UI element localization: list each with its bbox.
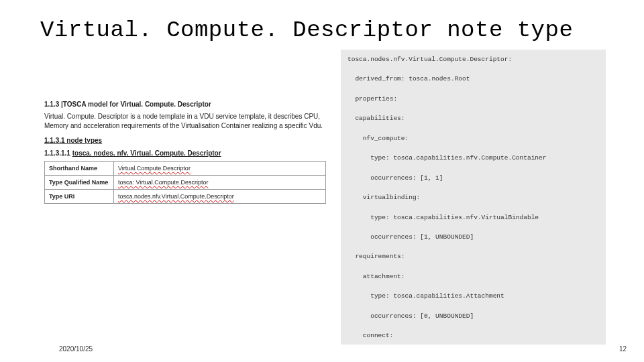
table-row: Shorthand Name Virtual.Compute.Descripto… — [45, 162, 326, 176]
footer-date: 2020/10/25 — [59, 345, 93, 353]
cell-label: Type URI — [45, 190, 114, 204]
code-panel: tosca.nodes.nfv.Virtual.Compute.Descript… — [341, 50, 606, 345]
table-row: Type Qualified Name tosca: Virtual.Compu… — [45, 176, 326, 190]
definition-table: Shorthand Name Virtual.Compute.Descripto… — [44, 161, 326, 204]
cell-label: Type Qualified Name — [45, 176, 114, 190]
cell-label: Shorthand Name — [45, 162, 114, 176]
cell-value: Virtual.Compute.Descriptor — [114, 162, 326, 176]
table-row: Type URI tosca.nodes.nfv.Virtual.Compute… — [45, 190, 326, 204]
cell-value: tosca.nodes.nfv.Virtual.Compute.Descript… — [114, 190, 326, 204]
slide-title: Virtual. Compute. Descriptor note type — [40, 17, 573, 43]
sec3-name: Virtual. Compute. Descriptor — [130, 149, 221, 157]
sec3-prefix: tosca. nodes. nfv. — [72, 149, 131, 157]
sec3-num: 1.1.3.1.1 — [44, 149, 70, 157]
sec1-num: 1.1.3 — [44, 101, 59, 108]
section-heading-2: 1.1.3.1 node types — [44, 137, 326, 144]
sec1-name: Virtual. Compute. Descriptor — [120, 101, 211, 108]
sec1-prefix: TOSCA model for — [63, 101, 121, 108]
cell-value: tosca: Virtual.Compute.Descriptor — [114, 176, 326, 190]
section-heading-1: 1.1.3 |TOSCA model for Virtual. Compute.… — [44, 101, 326, 108]
left-document: 1.1.3 |TOSCA model for Virtual. Compute.… — [44, 101, 326, 204]
page-number: 12 — [619, 345, 627, 353]
section-heading-3: 1.1.3.1.1 tosca. nodes. nfv. Virtual. Co… — [44, 149, 326, 157]
section-paragraph: Virtual. Compute. Descriptor is a node t… — [44, 112, 326, 130]
